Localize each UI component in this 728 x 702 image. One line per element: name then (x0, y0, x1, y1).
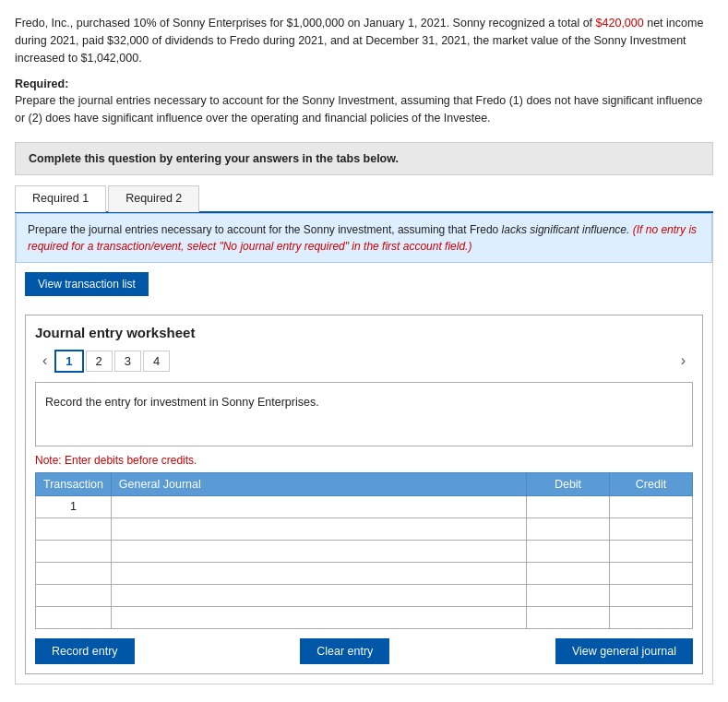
table-row (36, 606, 693, 628)
general-journal-input-4[interactable] (111, 562, 526, 584)
tabs-row: Required 1 Required 2 (15, 184, 713, 213)
entry-description: Record the entry for investment in Sonny… (35, 382, 693, 446)
debit-input-3[interactable] (527, 540, 610, 562)
view-transaction-button[interactable]: View transaction list (25, 272, 149, 296)
required-description: Prepare the journal entries necessary to… (15, 92, 713, 127)
worksheet-title: Journal entry worksheet (35, 325, 693, 340)
general-journal-field-5[interactable] (117, 589, 520, 601)
general-journal-field-3[interactable] (117, 544, 520, 557)
transaction-num-4 (36, 562, 112, 584)
credit-input-4[interactable] (610, 562, 693, 584)
table-row: 1 (36, 495, 693, 518)
table-row (36, 584, 693, 606)
debit-field-1[interactable] (532, 500, 603, 513)
general-journal-input-1[interactable] (111, 495, 526, 518)
page-navigation: ‹ 1 2 3 4 › (35, 350, 693, 373)
debit-input-2[interactable] (527, 518, 610, 540)
info-box: Prepare the journal entries necessary to… (16, 213, 712, 263)
general-journal-field-2[interactable] (117, 522, 520, 535)
tab-content: Prepare the journal entries necessary to… (15, 213, 713, 684)
transaction-num-3 (36, 540, 112, 562)
journal-worksheet: Journal entry worksheet ‹ 1 2 3 4 › Reco… (25, 315, 703, 674)
prev-page-arrow[interactable]: ‹ (35, 351, 54, 371)
general-journal-field-1[interactable] (117, 500, 520, 513)
general-journal-input-3[interactable] (111, 540, 526, 562)
transaction-num-5 (36, 584, 112, 606)
credit-field-4[interactable] (615, 566, 686, 579)
debit-field-6[interactable] (532, 611, 603, 624)
transaction-num-6 (36, 606, 112, 628)
credit-field-6[interactable] (615, 611, 686, 624)
header-transaction: Transaction (36, 472, 112, 495)
header-general-journal: General Journal (111, 472, 526, 495)
general-journal-input-2[interactable] (111, 518, 526, 540)
credit-input-1[interactable] (610, 495, 693, 518)
transaction-num-1: 1 (36, 495, 112, 518)
next-page-arrow[interactable]: › (674, 351, 693, 371)
credit-input-5[interactable] (610, 584, 693, 606)
header-debit: Debit (527, 472, 610, 495)
journal-table: Transaction General Journal Debit Credit… (35, 472, 693, 629)
general-journal-input-5[interactable] (111, 584, 526, 606)
credit-field-2[interactable] (615, 522, 686, 535)
page-4[interactable]: 4 (143, 351, 170, 372)
debit-field-2[interactable] (532, 522, 603, 535)
required-label: Required: (15, 77, 713, 90)
credit-field-5[interactable] (615, 589, 686, 601)
debit-input-4[interactable] (527, 562, 610, 584)
table-row (36, 562, 693, 584)
credit-field-1[interactable] (615, 500, 686, 513)
debit-input-5[interactable] (527, 584, 610, 606)
general-journal-input-6[interactable] (111, 606, 526, 628)
general-journal-field-4[interactable] (117, 566, 520, 579)
record-entry-button[interactable]: Record entry (35, 638, 135, 664)
page-1[interactable]: 1 (54, 350, 83, 373)
general-journal-field-6[interactable] (117, 611, 520, 624)
credit-field-3[interactable] (615, 544, 686, 557)
header-credit: Credit (610, 472, 693, 495)
page-2[interactable]: 2 (86, 351, 113, 372)
debit-input-6[interactable] (527, 606, 610, 628)
complete-box: Complete this question by entering your … (15, 142, 713, 175)
debit-field-4[interactable] (532, 566, 603, 579)
tab-required2[interactable]: Required 2 (108, 185, 199, 212)
italic-text: lacks significant influence. (502, 223, 630, 236)
view-transaction-area: View transaction list (16, 263, 712, 305)
intro-paragraph: Fredo, Inc., purchased 10% of Sonny Ente… (15, 15, 713, 66)
tab-required1[interactable]: Required 1 (15, 185, 106, 212)
credit-input-6[interactable] (610, 606, 693, 628)
debit-input-1[interactable] (527, 495, 610, 518)
action-buttons: Record entry Clear entry View general jo… (35, 638, 693, 664)
debit-field-5[interactable] (532, 589, 603, 601)
highlight-amount: $420,000 (596, 17, 644, 30)
table-row (36, 540, 693, 562)
clear-entry-button[interactable]: Clear entry (300, 638, 389, 664)
table-row (36, 518, 693, 540)
credit-input-2[interactable] (610, 518, 693, 540)
transaction-num-2 (36, 518, 112, 540)
note-text: Note: Enter debits before credits. (35, 454, 693, 467)
debit-field-3[interactable] (532, 544, 603, 557)
view-general-journal-button[interactable]: View general journal (555, 638, 693, 664)
page-3[interactable]: 3 (114, 351, 141, 372)
credit-input-3[interactable] (610, 540, 693, 562)
